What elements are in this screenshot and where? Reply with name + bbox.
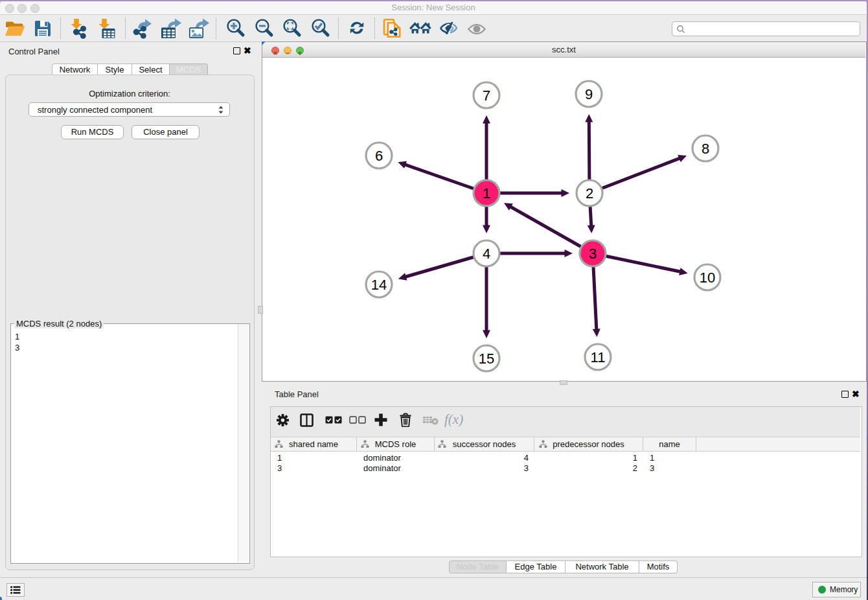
svg-text:6: 6 (375, 148, 383, 164)
svg-text:10: 10 (700, 270, 715, 286)
svg-text:14: 14 (371, 277, 387, 293)
svg-text:4: 4 (483, 246, 490, 262)
svg-text:8: 8 (702, 141, 709, 157)
svg-text:3: 3 (589, 246, 597, 262)
svg-text:7: 7 (483, 87, 490, 104)
svg-text:11: 11 (591, 349, 606, 365)
svg-text:15: 15 (479, 351, 494, 367)
svg-text:1: 1 (483, 185, 490, 202)
svg-text:9: 9 (585, 86, 593, 102)
svg-text:2: 2 (586, 185, 593, 202)
